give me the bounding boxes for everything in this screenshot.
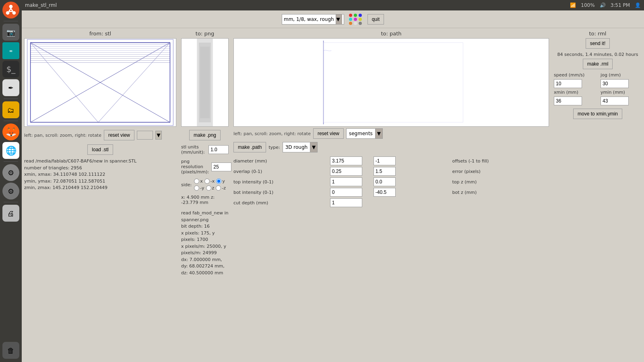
offsets-input[interactable] <box>374 156 396 165</box>
battery-status: 100% <box>581 2 594 8</box>
dot-cyan <box>349 18 352 21</box>
radio-label-neg-y[interactable]: -y <box>194 185 204 191</box>
radio-label-z[interactable]: z <box>206 185 215 191</box>
ymin-input[interactable] <box>601 97 629 105</box>
make-rml-button[interactable]: make .rml <box>583 59 613 69</box>
taskbar-icon-arduino[interactable]: ∞ <box>2 42 19 59</box>
rml-timing: 84 seconds, 1.4 minutes, 0.02 hours <box>554 52 642 57</box>
main-area: mm, 1/8, wax, rough ▼ quit from: stl <box>22 10 644 362</box>
speed-label: speed (mm/s) <box>554 72 597 78</box>
taskbar-icon-camera[interactable]: 📷 <box>2 24 19 41</box>
type-arrow[interactable]: ▼ <box>310 142 318 152</box>
stl-canvas[interactable] <box>24 38 176 127</box>
radio-label-x[interactable]: x <box>194 179 203 184</box>
taskbar-icon-trash[interactable]: 🗑 <box>2 342 19 359</box>
speed-input[interactable] <box>554 79 582 88</box>
taskbar-separator-2 <box>4 99 18 99</box>
radio-neg-x[interactable] <box>204 179 210 184</box>
jog-input[interactable] <box>601 79 629 88</box>
jog-label: jog (mm) <box>601 72 642 78</box>
taskbar-icon-ubuntu[interactable] <box>2 2 19 19</box>
bot-z-input[interactable] <box>374 188 396 197</box>
make-png-button[interactable]: make .png <box>189 130 221 140</box>
radio-label-neg-z[interactable]: -z <box>216 185 226 191</box>
png-resolution-label: png resolution (pixels/mm): <box>181 159 209 175</box>
radio-x[interactable] <box>194 179 199 184</box>
rml-panel-title: to: rml <box>554 31 642 37</box>
xmin-input[interactable] <box>554 97 582 105</box>
type-label: type: <box>268 145 280 150</box>
type-value: 3D rough <box>283 142 311 152</box>
png-info-line-4: x pixels/m: 25000, y pixels/m: 24999 <box>181 243 229 257</box>
png-canvas[interactable] <box>181 38 229 127</box>
radio-label-neg-x[interactable]: -x <box>204 179 215 184</box>
stl-svg <box>25 39 176 126</box>
bot-z-label: bot z (mm) <box>452 190 492 195</box>
taskbar-separator-5 <box>4 202 18 202</box>
wifi-icon: 📶 <box>570 2 576 8</box>
top-z-input[interactable] <box>374 177 396 186</box>
png-bottom: make .png stl units (mm/unit): png resol… <box>181 127 229 277</box>
type-dropdown-wrapper[interactable]: 3D rough ▼ <box>283 142 318 152</box>
ymin-label: ymin (mm) <box>601 90 642 95</box>
path-reset-view-button[interactable]: reset view <box>313 128 344 139</box>
stl-color-dropdown[interactable]: ▼ <box>155 131 162 140</box>
side-label: side: <box>181 182 192 187</box>
taskbar-icon-firefox[interactable]: 🦊 <box>2 123 19 140</box>
dot-gray <box>359 22 362 25</box>
stl-reset-view-button[interactable]: reset view <box>104 130 134 140</box>
cut-depth-label: cut depth (mm) <box>233 200 327 206</box>
taskbar-icon-chrome[interactable]: 🌐 <box>2 142 19 159</box>
png-info-line-5: dx: 7.000000 mm, dy: 68.002724 mm, dz: 4… <box>181 257 229 277</box>
make-path-button[interactable]: make .path <box>233 142 266 152</box>
radio-neg-y[interactable] <box>194 185 199 191</box>
taskbar: 📷 ∞ $_ ✒ 🗂 🦊 🌐 ⚙ ⚙ 🖨 🗑 <box>0 0 22 362</box>
title-bar-right: 📶 100% 🔊 3:51 PM 👤 <box>570 2 641 8</box>
top-intensity-input[interactable] <box>330 177 362 186</box>
radio-z[interactable] <box>206 185 211 191</box>
coords-text: x: 4.900 mm z: -23.779 mm <box>181 195 229 205</box>
png-svg <box>182 39 228 126</box>
taskbar-icon-inkscape[interactable]: ✒ <box>2 79 19 96</box>
taskbar-icon-printer[interactable]: 🖨 <box>2 205 19 222</box>
stl-info-line-5: zmin, zmax: 145.210449 152.210449 <box>24 185 176 191</box>
taskbar-icon-settings2[interactable]: ⚙ <box>2 183 19 200</box>
path-svg <box>234 39 549 126</box>
overlap-input[interactable] <box>330 167 362 176</box>
diameter-input[interactable] <box>330 156 362 165</box>
error-input[interactable] <box>374 167 396 176</box>
load-stl-button[interactable]: load .stl <box>87 144 113 155</box>
stl-units-row: stl units (mm/unit): <box>181 144 229 155</box>
stl-info-line-4: ymin, ymax: 72.087051 112.587051 <box>24 178 176 185</box>
dot-red <box>349 14 352 17</box>
path-canvas[interactable] <box>233 38 549 127</box>
svg-rect-29 <box>200 47 210 118</box>
stl-hint-text: left: pan, scroll: zoom, right: rotate <box>24 133 101 138</box>
taskbar-icon-settings[interactable]: ⚙ <box>2 164 19 181</box>
png-resolution-input[interactable] <box>211 162 231 171</box>
cut-depth-input[interactable] <box>330 198 362 207</box>
dot-orange <box>349 22 352 25</box>
taskbar-icon-files[interactable]: 🗂 <box>2 101 19 118</box>
segments-arrow[interactable]: ▼ <box>376 128 383 139</box>
png-resolution-row: png resolution (pixels/mm): <box>181 159 229 175</box>
stl-units-input[interactable] <box>208 145 229 154</box>
config-dropdown-arrow[interactable]: ▼ <box>336 14 342 24</box>
segments-value: segments <box>346 128 376 139</box>
segments-dropdown-wrapper[interactable]: segments ▼ <box>346 128 383 139</box>
stl-bottom-controls: left: pan, scroll: zoom, right: rotate r… <box>24 128 176 192</box>
radio-neg-z[interactable] <box>216 185 221 191</box>
coords-row: x: 4.900 mm z: -23.779 mm <box>181 195 229 205</box>
radio-y[interactable] <box>216 179 221 184</box>
radio-label-y[interactable]: y <box>216 179 225 184</box>
user-icon: 👤 <box>635 2 641 8</box>
quit-button[interactable]: quit <box>367 14 384 25</box>
config-dropdown[interactable]: mm, 1/8, wax, rough ▼ <box>282 14 344 25</box>
taskbar-icon-terminal[interactable]: $_ <box>2 61 19 78</box>
overlap-label: overlap (0-1) <box>233 169 327 174</box>
move-to-button[interactable]: move to xmin,ymin <box>573 109 622 119</box>
bot-intensity-input[interactable] <box>330 188 362 197</box>
dot-magenta <box>354 18 357 21</box>
send-it-button[interactable]: send it! <box>586 38 610 49</box>
stl-color-preview[interactable] <box>137 131 153 140</box>
